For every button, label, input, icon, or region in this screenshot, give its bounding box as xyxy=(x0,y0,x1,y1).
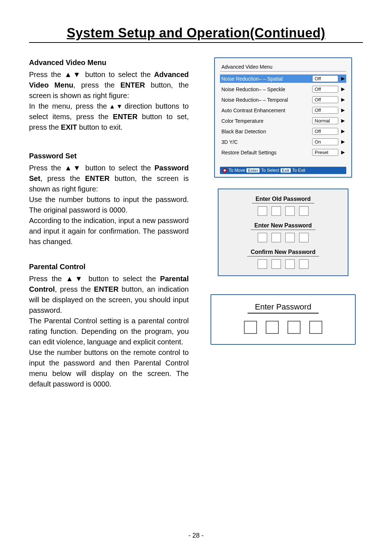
pw-digit-input[interactable] xyxy=(285,259,295,269)
arrow-right-icon[interactable] xyxy=(341,77,345,81)
footer-enter-key: Enter xyxy=(246,168,260,173)
old-password-boxes xyxy=(226,206,340,216)
confirm-password-group: Confirm New Password xyxy=(226,249,340,269)
menu-item-value[interactable]: Off xyxy=(312,128,338,135)
pw-digit-input[interactable] xyxy=(258,206,267,216)
confirm-password-label: Confirm New Password xyxy=(247,249,319,256)
pw-digit-input[interactable] xyxy=(271,206,281,216)
menu-item-label: Color Temperature xyxy=(221,118,312,124)
menu-item-value[interactable]: Preset xyxy=(312,149,338,156)
para-password-2: Use the number buttons to input the pass… xyxy=(29,194,189,215)
para-parental-3: Use the number buttons on the remote con… xyxy=(29,347,189,389)
para-parental-2: The Parental Control setting is a parent… xyxy=(29,316,189,347)
pw-digit-input[interactable] xyxy=(309,321,322,334)
enter-password-panel: Enter Password xyxy=(211,294,356,345)
arrow-right-icon[interactable] xyxy=(341,140,345,144)
left-column: Advanced Video Menu Press the ▲▼ button … xyxy=(29,57,189,403)
menu-item-label: Restore Default Settings xyxy=(221,150,312,155)
menu-row[interactable]: Noise Reduction– – TemporalOff xyxy=(220,96,346,104)
menu-item-value[interactable]: Off xyxy=(312,75,338,82)
menu-item-value[interactable]: Off xyxy=(312,86,338,93)
arrow-right-icon[interactable] xyxy=(341,119,345,123)
pw-digit-input[interactable] xyxy=(258,259,267,269)
menu-item-value[interactable]: Off xyxy=(312,96,338,103)
footer-exit-key: Exit xyxy=(281,168,291,173)
arrow-right-icon[interactable] xyxy=(341,151,345,154)
menu-item-label: Noise Reduction– – Spatial xyxy=(221,76,312,82)
arrow-right-icon[interactable] xyxy=(341,98,345,102)
new-password-boxes xyxy=(226,233,340,242)
para-parental-1: Press the ▲▼ button to select the Parent… xyxy=(29,274,189,316)
confirm-password-boxes xyxy=(226,259,340,269)
pw-digit-input[interactable] xyxy=(285,233,295,242)
page: System Setup and Operation(Continued) Ad… xyxy=(0,0,392,554)
menu-item-label: Black Bar Detection xyxy=(221,129,312,134)
para-advanced-video-1: Press the ▲▼ button to select the Advanc… xyxy=(29,69,189,101)
footer-move: To Move xyxy=(229,168,245,173)
menu-row[interactable]: 3D Y/COn xyxy=(220,138,346,146)
pw-digit-input[interactable] xyxy=(271,233,281,242)
menu-row[interactable]: Black Bar DetectionOff xyxy=(220,127,346,136)
pw-digit-input[interactable] xyxy=(266,321,279,334)
menu-panel-title: Advanced Video Menu xyxy=(220,63,346,72)
updown-icon: ▲▼ xyxy=(65,164,82,172)
small-updown-icon: ▴ ▾ xyxy=(110,102,121,110)
pw-digit-input[interactable] xyxy=(287,321,301,334)
footer-select: To Select xyxy=(261,168,279,173)
arrow-right-icon[interactable] xyxy=(341,88,345,91)
menu-row[interactable]: Noise Reduction– – SpatialOff xyxy=(220,74,346,83)
enter-password-boxes xyxy=(220,321,346,334)
section-password-set: Password Set Press the ▲▼ button to sele… xyxy=(29,151,189,247)
heading-parental-control: Parental Control xyxy=(29,262,189,272)
right-column: Advanced Video Menu Noise Reduction– – S… xyxy=(203,57,363,403)
page-number: - 28 - xyxy=(0,532,392,539)
pw-digit-input[interactable] xyxy=(271,259,281,269)
footer-exit: To Exit xyxy=(292,168,305,173)
menu-row[interactable]: Color TemperatureNormal xyxy=(220,117,346,125)
section-parental-control: Parental Control Press the ▲▼ button to … xyxy=(29,262,189,389)
pw-digit-input[interactable] xyxy=(244,321,257,334)
page-title: System Setup and Operation(Continued) xyxy=(29,25,363,43)
menu-row[interactable]: Restore Default SettingsPreset xyxy=(220,148,346,157)
old-password-group: Enter Old Password xyxy=(226,196,340,216)
menu-footer-bar: To Move Enter To Select Exit To Exit xyxy=(220,167,346,174)
new-password-group: Enter New Password xyxy=(226,222,340,242)
content-columns: Advanced Video Menu Press the ▲▼ button … xyxy=(29,57,363,403)
updown-icon: ▲▼ xyxy=(65,70,82,78)
arrow-right-icon[interactable] xyxy=(341,130,345,133)
updown-icon: ▲▼ xyxy=(66,275,84,283)
pw-digit-input[interactable] xyxy=(299,206,309,216)
new-password-label: Enter New Password xyxy=(251,222,315,230)
menu-item-label: Noise Reduction– – Temporal xyxy=(221,97,312,103)
menu-item-label: Noise Reduction– – Speckle xyxy=(221,86,312,92)
menu-row[interactable]: Noise Reduction– – SpeckleOff xyxy=(220,85,346,93)
enter-password-label: Enter Password xyxy=(248,302,318,314)
menu-item-label: Auto Contrast Enhancement xyxy=(221,108,312,113)
pw-digit-input[interactable] xyxy=(299,233,309,242)
advanced-video-menu-panel: Advanced Video Menu Noise Reduction– – S… xyxy=(214,57,352,178)
menu-item-label: 3D Y/C xyxy=(221,139,312,145)
menu-item-value[interactable]: Off xyxy=(312,107,338,114)
pw-digit-input[interactable] xyxy=(258,233,267,242)
para-advanced-video-2: In the menu, press the ▴ ▾ direction but… xyxy=(29,101,189,133)
password-set-panel: Enter Old Password Enter New Password xyxy=(218,189,348,276)
heading-advanced-video: Advanced Video Menu xyxy=(29,57,189,68)
nav-wheel-icon xyxy=(222,168,227,173)
para-password-3: According to the indication, input a new… xyxy=(29,215,189,247)
menu-items-list: Noise Reduction– – SpatialOffNoise Reduc… xyxy=(220,74,346,157)
heading-password-set: Password Set xyxy=(29,151,189,161)
pw-digit-input[interactable] xyxy=(285,206,295,216)
para-password-1: Press the ▲▼ button to select the Passwo… xyxy=(29,163,189,194)
menu-item-value[interactable]: Normal xyxy=(312,117,338,124)
section-advanced-video: Advanced Video Menu Press the ▲▼ button … xyxy=(29,57,189,133)
old-password-label: Enter Old Password xyxy=(252,196,314,203)
arrow-right-icon[interactable] xyxy=(341,109,345,112)
menu-item-value[interactable]: On xyxy=(312,138,338,145)
menu-row[interactable]: Auto Contrast EnhancementOff xyxy=(220,106,346,114)
pw-digit-input[interactable] xyxy=(299,259,309,269)
